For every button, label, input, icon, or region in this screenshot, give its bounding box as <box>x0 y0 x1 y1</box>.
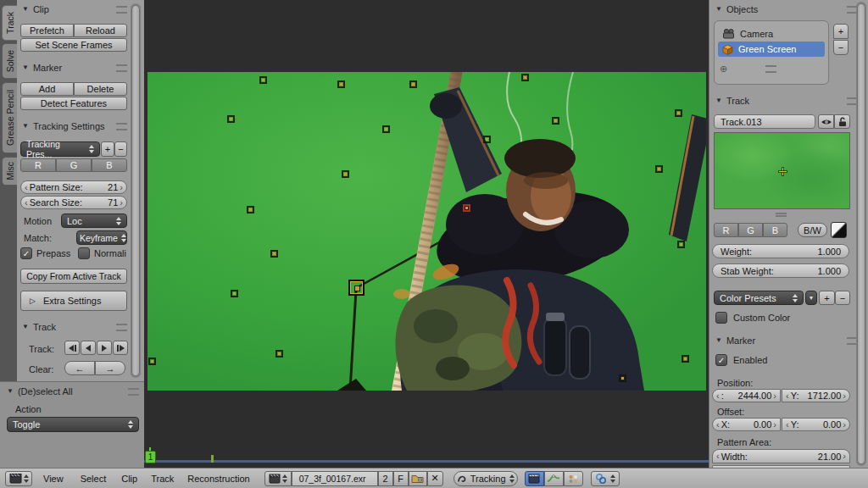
selected-tracking-marker[interactable] <box>348 280 364 296</box>
clear-before-button[interactable]: ← <box>64 361 95 375</box>
shelf-scrollbar-thumb[interactable] <box>131 5 140 376</box>
panel-grip-icon[interactable] <box>116 123 127 130</box>
menu-select[interactable]: Select <box>76 469 111 488</box>
increment-icon[interactable]: › <box>773 420 776 430</box>
tracking-marker[interactable] <box>677 241 685 248</box>
offset-y-field[interactable]: ‹ Y: 0.00 › <box>782 418 850 431</box>
tracking-marker[interactable] <box>521 74 529 81</box>
track-channel-b[interactable]: B <box>763 223 787 237</box>
panel-grip-icon[interactable] <box>128 388 139 396</box>
preview-resize-grip[interactable] <box>776 213 787 217</box>
extra-settings-expander[interactable]: ▷ Extra Settings <box>20 291 127 311</box>
tracking-marker[interactable] <box>655 165 663 173</box>
view-graph-toggle[interactable] <box>544 471 564 486</box>
clip-name-field[interactable]: 07_3f_00167.exr <box>292 471 378 486</box>
tracking-preset-dropdown[interactable]: Tracking Pres... <box>20 141 100 157</box>
tracking-marker[interactable] <box>409 80 417 88</box>
clip-users-button[interactable]: 2 <box>378 471 393 486</box>
panel-grip-icon[interactable] <box>116 64 127 72</box>
preset-menu-button[interactable]: ▼ <box>805 291 817 305</box>
tracking-marker[interactable] <box>552 117 559 125</box>
channel-g-toggle[interactable]: G <box>56 158 92 172</box>
panel-header-clip[interactable]: ▼ Clip <box>22 3 127 15</box>
add-marker-button[interactable]: Add <box>20 82 74 96</box>
position-y-field[interactable]: ‹ Y: 1712.00 › <box>782 389 850 402</box>
track-preview[interactable] <box>714 132 850 209</box>
panel-header-objects[interactable]: ▼ Objects <box>715 3 858 15</box>
channel-r-toggle[interactable]: R <box>20 158 56 172</box>
preset-remove-button-right[interactable]: − <box>835 291 850 305</box>
decrement-icon[interactable]: ‹ <box>716 452 720 461</box>
offset-x-field[interactable]: ‹ X: 0.00 › <box>712 418 781 431</box>
menu-clip[interactable]: Clip <box>117 469 142 488</box>
tracking-marker[interactable] <box>259 76 267 84</box>
tracking-marker[interactable] <box>682 355 689 363</box>
track-backwards-sequence-button[interactable] <box>64 341 80 355</box>
tab-track[interactable]: Track <box>2 5 17 41</box>
track-backwards-button[interactable] <box>81 341 96 355</box>
grayscale-toggle[interactable]: B/W <box>798 223 827 237</box>
tracking-marker[interactable] <box>483 136 491 143</box>
pattern-width-field[interactable]: ‹ Width: 21.00 › <box>712 449 850 463</box>
decrement-icon[interactable]: ‹ <box>716 391 720 401</box>
tracking-marker[interactable] <box>619 374 626 382</box>
tracking-marker[interactable] <box>247 206 254 214</box>
increment-icon[interactable]: › <box>120 198 123 208</box>
prefetch-button[interactable]: Prefetch <box>20 24 74 37</box>
prepass-checkbox[interactable]: ✓ Prepass <box>20 247 70 259</box>
tab-grease-pencil[interactable]: Grease Pencil <box>2 82 17 153</box>
stab-weight-slider[interactable]: Stab Weight: 1.000 <box>712 263 849 278</box>
clear-after-button[interactable]: → <box>95 361 125 375</box>
panel-header-marker[interactable]: ▼ Marker <box>22 62 127 74</box>
increment-icon[interactable]: › <box>843 391 846 401</box>
panel-header-deselect-all[interactable]: ▼ (De)select All <box>7 385 139 397</box>
tracking-marker[interactable] <box>275 350 283 358</box>
track-hide-toggle[interactable] <box>818 114 834 129</box>
checkbox-icon[interactable] <box>78 247 90 259</box>
copy-from-active-track-button[interactable]: Copy From Active Track <box>20 269 127 284</box>
properties-scrollbar-thumb[interactable] <box>857 3 865 464</box>
increment-icon[interactable]: › <box>773 391 776 401</box>
channel-b-toggle[interactable]: B <box>92 158 127 172</box>
menu-view[interactable]: View <box>39 469 68 488</box>
object-row-camera[interactable]: Camera <box>718 26 825 42</box>
panel-header-track-props[interactable]: ▼ Track <box>715 95 858 107</box>
tracking-marker[interactable] <box>227 115 235 123</box>
custom-color-checkbox[interactable]: Custom Color <box>715 312 790 324</box>
preset-remove-button[interactable]: − <box>114 141 127 157</box>
increment-icon[interactable]: › <box>843 420 846 430</box>
search-size-field[interactable]: ‹ Search Size: 71 › <box>20 196 127 209</box>
increment-icon[interactable]: › <box>843 452 846 461</box>
tracking-marker[interactable] <box>675 109 682 117</box>
weight-slider[interactable]: Weight: 1.000 <box>712 244 849 258</box>
decrement-icon[interactable]: ‹ <box>25 198 28 208</box>
menu-reconstruction[interactable]: Reconstruction <box>183 469 253 488</box>
tracking-marker[interactable] <box>342 170 349 178</box>
tracking-marker[interactable] <box>382 125 390 133</box>
clip-datablock-dropdown[interactable] <box>264 471 292 486</box>
delete-marker-button[interactable]: Delete <box>74 82 127 96</box>
tab-misc[interactable]: Misc <box>2 157 17 186</box>
tracking-mode-dropdown[interactable]: Tracking <box>453 471 518 486</box>
color-presets-dropdown[interactable]: Color Presets <box>714 291 804 305</box>
detect-features-button[interactable]: Detect Features <box>20 97 127 110</box>
decrement-icon[interactable]: ‹ <box>716 420 720 430</box>
preset-add-button-right[interactable]: + <box>819 291 835 305</box>
object-row-green-screen[interactable]: Green Screen <box>718 42 825 57</box>
position-x-field[interactable]: ‹ : 2444.00 › <box>712 389 781 402</box>
open-clip-button[interactable] <box>409 471 427 486</box>
tracking-marker[interactable] <box>231 290 238 297</box>
fake-user-button[interactable]: F <box>393 471 409 486</box>
track-channel-r[interactable]: R <box>714 223 738 237</box>
panel-header-tracking-settings[interactable]: ▼ Tracking Settings <box>22 120 127 132</box>
checkbox-checked-icon[interactable]: ✓ <box>20 247 32 259</box>
decrement-icon[interactable]: ‹ <box>786 391 789 401</box>
panel-header-track[interactable]: ▼ Track <box>22 321 127 333</box>
track-lock-toggle[interactable] <box>834 114 850 129</box>
menu-track[interactable]: Track <box>147 469 178 488</box>
view-dopesheet-toggle[interactable] <box>564 471 583 486</box>
editor-type-button[interactable] <box>5 471 32 486</box>
match-dropdown[interactable]: Keyframe <box>76 230 127 245</box>
reload-button[interactable]: Reload <box>74 24 127 37</box>
decrement-icon[interactable]: ‹ <box>786 420 789 430</box>
